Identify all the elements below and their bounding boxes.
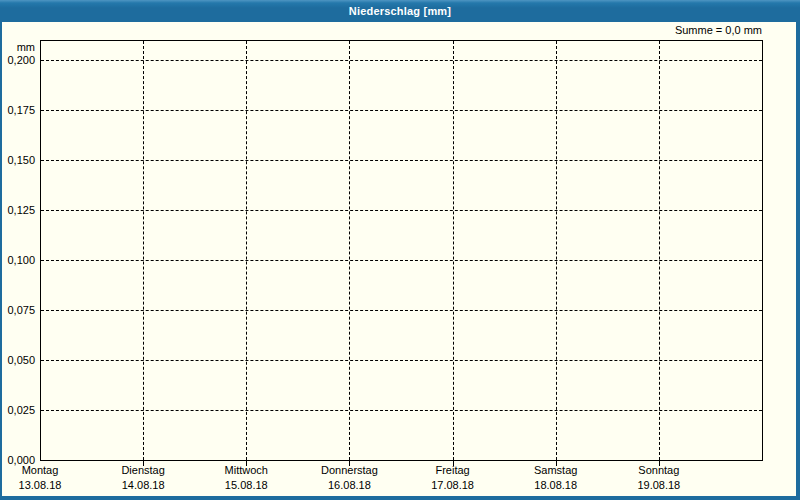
horizontal-gridline bbox=[41, 160, 762, 161]
x-axis-date-label: 18.08.18 bbox=[504, 478, 608, 493]
horizontal-gridline bbox=[41, 110, 762, 111]
window-frame-bottom bbox=[0, 496, 800, 500]
window-frame-left bbox=[0, 22, 2, 500]
app-window: Niederschlag [mm] Summe = 0,0 mm mm 0,00… bbox=[0, 0, 800, 500]
horizontal-gridline bbox=[41, 360, 762, 361]
x-axis-date-label: 19.08.18 bbox=[607, 478, 711, 493]
x-axis-date-label: 15.08.18 bbox=[194, 478, 298, 493]
vertical-gridline bbox=[659, 41, 660, 460]
horizontal-gridline bbox=[41, 410, 762, 411]
x-axis-category-label: Freitag17.08.18 bbox=[401, 463, 505, 493]
window-title: Niederschlag [mm] bbox=[349, 5, 451, 17]
vertical-gridline bbox=[556, 41, 557, 460]
vertical-gridline bbox=[349, 41, 350, 460]
horizontal-gridline bbox=[41, 260, 762, 261]
x-axis-category-label: Montag13.08.18 bbox=[0, 463, 92, 493]
window-titlebar[interactable]: Niederschlag [mm] bbox=[0, 0, 800, 22]
y-axis-tick-label: 0,200 bbox=[0, 53, 35, 67]
y-axis-tick-label: 0,075 bbox=[0, 303, 35, 317]
y-axis-tick-label: 0,150 bbox=[0, 153, 35, 167]
x-axis-date-label: 13.08.18 bbox=[0, 478, 92, 493]
x-axis-category-label: Sonntag19.08.18 bbox=[607, 463, 711, 493]
x-axis-category-label: Samstag18.08.18 bbox=[504, 463, 608, 493]
y-axis-tick-label: 0,100 bbox=[0, 253, 35, 267]
horizontal-gridline bbox=[41, 60, 762, 61]
x-axis-day-label: Freitag bbox=[401, 463, 505, 478]
vertical-gridline bbox=[453, 41, 454, 460]
x-axis-day-label: Donnerstag bbox=[297, 463, 401, 478]
y-axis-tick-label: 0,050 bbox=[0, 353, 35, 367]
x-axis-day-label: Sonntag bbox=[607, 463, 711, 478]
x-axis-category-label: Dienstag14.08.18 bbox=[91, 463, 195, 493]
horizontal-gridline bbox=[41, 310, 762, 311]
vertical-gridline bbox=[143, 41, 144, 460]
x-axis-day-label: Montag bbox=[0, 463, 92, 478]
vertical-gridline bbox=[246, 41, 247, 460]
sum-annotation: Summe = 0,0 mm bbox=[542, 24, 762, 36]
x-axis-category-label: Donnerstag16.08.18 bbox=[297, 463, 401, 493]
y-axis-tick-label: 0,025 bbox=[0, 403, 35, 417]
x-axis-day-label: Dienstag bbox=[91, 463, 195, 478]
x-axis-date-label: 17.08.18 bbox=[401, 478, 505, 493]
x-axis-date-label: 16.08.18 bbox=[297, 478, 401, 493]
x-axis-category-label: Mittwoch15.08.18 bbox=[194, 463, 298, 493]
y-axis-tick-label: 0,125 bbox=[0, 203, 35, 217]
y-axis-unit-label: mm bbox=[0, 41, 35, 53]
x-axis-day-label: Mittwoch bbox=[194, 463, 298, 478]
window-frame-right bbox=[796, 22, 800, 500]
plot-area bbox=[40, 40, 763, 461]
x-axis-day-label: Samstag bbox=[504, 463, 608, 478]
y-axis-tick-label: 0,175 bbox=[0, 103, 35, 117]
horizontal-gridline bbox=[41, 210, 762, 211]
x-axis-date-label: 14.08.18 bbox=[91, 478, 195, 493]
